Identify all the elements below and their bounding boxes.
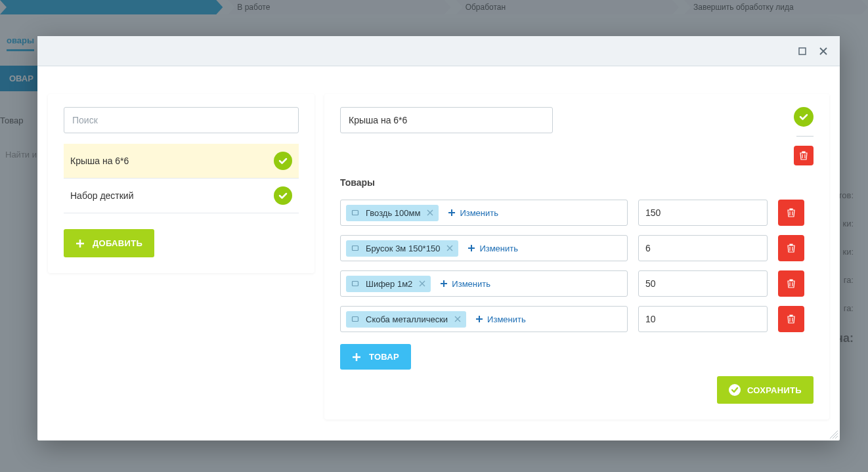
- svg-rect-2: [353, 246, 358, 251]
- add-product-label: ТОВАР: [369, 352, 399, 362]
- add-product-button[interactable]: ТОВАР: [340, 344, 411, 370]
- svg-rect-3: [353, 282, 358, 286]
- set-item[interactable]: Крыша на 6*6: [64, 144, 299, 179]
- chip-remove-icon[interactable]: [454, 316, 461, 322]
- check-circle-icon: [729, 384, 741, 396]
- change-product-link[interactable]: Изменить: [448, 208, 498, 218]
- product-chip-label: Брусок 3м 150*150: [366, 244, 440, 253]
- save-label: СОХРАНИТЬ: [747, 385, 802, 395]
- svg-rect-0: [799, 48, 806, 54]
- quantity-input[interactable]: [638, 200, 768, 226]
- product-row: Гвоздь 100мм Изменить: [340, 200, 814, 226]
- sets-list: Крыша на 6*6 Набор десткий: [64, 144, 299, 213]
- product-chip-field[interactable]: Шифер 1м2 Изменить: [340, 270, 628, 297]
- product-chip-field[interactable]: Гвоздь 100мм Изменить: [340, 200, 628, 226]
- maximize-icon[interactable]: [798, 47, 807, 56]
- product-chip-label: Гвоздь 100мм: [366, 208, 420, 218]
- product-chip-field[interactable]: Брусок 3м 150*150 Изменить: [340, 235, 628, 261]
- product-sets-modal: Крыша на 6*6 Набор десткий ДОБАВИТЬ: [37, 36, 840, 440]
- resize-handle[interactable]: [829, 430, 838, 439]
- check-circle-icon[interactable]: [274, 186, 292, 205]
- product-rows: Гвоздь 100мм Изменить: [340, 200, 814, 332]
- tag-icon: [351, 209, 359, 217]
- save-button[interactable]: СОХРАНИТЬ: [717, 376, 814, 404]
- set-editor-panel: Товары Гвоздь 100мм Изменить: [324, 94, 829, 419]
- change-product-link[interactable]: Изменить: [475, 314, 526, 324]
- products-section-label: Товары: [340, 177, 814, 188]
- set-item[interactable]: Набор десткий: [64, 179, 299, 213]
- check-circle-icon[interactable]: [274, 152, 292, 170]
- set-item-name: Набор десткий: [70, 190, 134, 201]
- product-row: Скоба металлически Изменить: [340, 306, 814, 332]
- delete-row-button[interactable]: [778, 235, 804, 261]
- change-product-link[interactable]: Изменить: [467, 244, 518, 253]
- add-set-button[interactable]: ДОБАВИТЬ: [64, 229, 154, 257]
- modal-header: [37, 36, 840, 66]
- add-set-label: ДОБАВИТЬ: [93, 238, 142, 248]
- chip-remove-icon[interactable]: [419, 280, 425, 287]
- chip-remove-icon[interactable]: [446, 245, 453, 251]
- product-chip: Брусок 3м 150*150: [346, 240, 458, 257]
- delete-row-button[interactable]: [778, 270, 804, 297]
- delete-row-button[interactable]: [778, 200, 804, 226]
- apply-button[interactable]: [794, 107, 814, 127]
- svg-rect-1: [353, 211, 358, 215]
- quantity-input[interactable]: [638, 270, 768, 297]
- product-chip: Шифер 1м2: [346, 276, 431, 292]
- close-icon[interactable]: [819, 47, 828, 56]
- change-product-link[interactable]: Изменить: [440, 279, 490, 289]
- tag-icon: [351, 244, 359, 252]
- set-title-input[interactable]: [340, 107, 553, 133]
- quantity-input[interactable]: [638, 235, 768, 261]
- quantity-input[interactable]: [638, 306, 768, 332]
- product-row: Брусок 3м 150*150 Изменить: [340, 235, 814, 261]
- tag-icon: [351, 280, 359, 288]
- editor-top-row: [340, 107, 814, 165]
- delete-set-button[interactable]: [794, 146, 814, 165]
- product-chip-label: Скоба металлически: [366, 314, 448, 324]
- search-input[interactable]: [64, 107, 299, 133]
- modal-body: Крыша на 6*6 Набор десткий ДОБАВИТЬ: [37, 66, 840, 440]
- product-row: Шифер 1м2 Изменить: [340, 270, 814, 297]
- product-chip: Гвоздь 100мм: [346, 205, 439, 221]
- sets-panel: Крыша на 6*6 Набор десткий ДОБАВИТЬ: [48, 94, 315, 273]
- product-chip-label: Шифер 1м2: [366, 279, 412, 289]
- product-chip: Скоба металлически: [346, 311, 466, 328]
- editor-side-actions: [794, 107, 814, 165]
- svg-rect-4: [353, 317, 358, 322]
- product-chip-field[interactable]: Скоба металлически Изменить: [340, 306, 628, 332]
- set-item-name: Крыша на 6*6: [70, 156, 129, 166]
- divider: [796, 136, 814, 137]
- delete-row-button[interactable]: [778, 306, 804, 332]
- chip-remove-icon[interactable]: [427, 209, 433, 216]
- tag-icon: [351, 315, 359, 323]
- save-row: СОХРАНИТЬ: [340, 376, 814, 404]
